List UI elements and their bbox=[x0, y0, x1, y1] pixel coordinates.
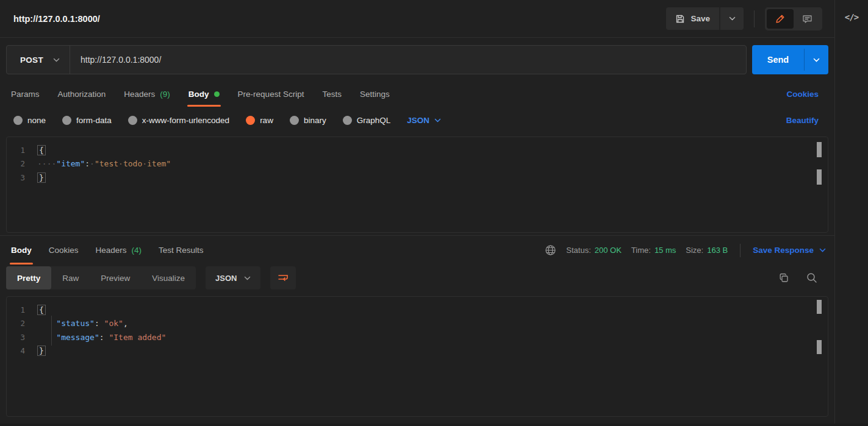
line-number: 1 bbox=[7, 305, 37, 314]
save-button[interactable]: Save bbox=[666, 7, 719, 30]
wrap-lines-button[interactable] bbox=[270, 266, 296, 289]
line-number: 2 bbox=[7, 159, 37, 168]
beautify-link[interactable]: Beautify bbox=[786, 116, 819, 125]
line-number: 3 bbox=[7, 333, 37, 342]
chevron-down-icon bbox=[244, 276, 251, 280]
response-tabs: Body Cookies Headers (4) Test Results St… bbox=[0, 236, 834, 264]
cookies-link[interactable]: Cookies bbox=[786, 90, 819, 99]
request-body-editor[interactable]: 1 { 2 ····"item":·"test·todo·item" 3 } bbox=[6, 137, 828, 233]
response-view-toggle: Pretty Raw Preview Visualize bbox=[6, 266, 196, 289]
chevron-down-icon bbox=[434, 118, 441, 122]
response-toolbar: Pretty Raw Preview Visualize JSON bbox=[0, 264, 834, 291]
save-response-button[interactable]: Save Response bbox=[753, 246, 826, 255]
view-raw[interactable]: Raw bbox=[51, 266, 90, 289]
topbar-divider bbox=[754, 10, 755, 27]
code-line: 1 { bbox=[7, 303, 828, 317]
code-line: 4 } bbox=[7, 344, 828, 358]
tab-headers[interactable]: Headers (9) bbox=[124, 82, 170, 107]
scrollbar-thumb[interactable] bbox=[817, 340, 822, 354]
code-line: 1 { bbox=[7, 143, 828, 157]
bottom-edge bbox=[0, 424, 868, 426]
radio-icon bbox=[13, 116, 23, 125]
body-modified-dot bbox=[214, 91, 220, 97]
radio-icon bbox=[343, 116, 352, 125]
url-input[interactable]: http://127.0.0.1:8000/ bbox=[70, 55, 161, 65]
time-readout: Time: 15 ms bbox=[631, 246, 676, 255]
body-format-selector[interactable]: JSON bbox=[407, 116, 441, 125]
save-icon bbox=[675, 14, 685, 24]
tab-params[interactable]: Params bbox=[11, 82, 40, 107]
save-options-button[interactable] bbox=[720, 7, 744, 30]
status-readout: Status: 200 OK bbox=[566, 246, 622, 255]
response-body-viewer[interactable]: 1 { 2 "status": "ok", 3 "message": "Item… bbox=[6, 296, 828, 417]
response-actions bbox=[778, 272, 826, 283]
radio-icon bbox=[128, 116, 137, 125]
code-line: 3 } bbox=[7, 171, 828, 185]
response-meta: Status: 200 OK Time: 15 ms Size: 163 B S… bbox=[545, 236, 826, 264]
word-wrap-icon bbox=[278, 273, 289, 283]
code-line: 2 ····"item":·"test·todo·item" bbox=[7, 157, 828, 171]
response-tab-body[interactable]: Body bbox=[11, 236, 32, 264]
radio-graphql[interactable]: GraphQL bbox=[343, 116, 391, 125]
chevron-down-icon bbox=[813, 58, 820, 62]
meta-divider bbox=[740, 244, 741, 257]
response-headers-count-badge: (4) bbox=[132, 246, 142, 255]
line-number: 4 bbox=[7, 346, 37, 355]
url-control: POST http://127.0.0.1:8000/ bbox=[6, 45, 747, 74]
view-pretty[interactable]: Pretty bbox=[6, 266, 51, 289]
request-tabs: Params Authorization Headers (9) Body Pr… bbox=[0, 82, 834, 107]
code-snippet-icon[interactable]: </> bbox=[845, 12, 858, 426]
headers-count-badge: (9) bbox=[160, 90, 170, 99]
line-number: 2 bbox=[7, 319, 37, 328]
request-title: http://127.0.0.1:8000/ bbox=[13, 14, 100, 24]
edit-comment-toggle bbox=[765, 7, 822, 30]
globe-icon bbox=[545, 244, 556, 256]
pencil-icon bbox=[775, 14, 785, 24]
request-header-bar: http://127.0.0.1:8000/ Save bbox=[0, 0, 834, 38]
tab-settings[interactable]: Settings bbox=[360, 82, 390, 107]
edit-mode-button[interactable] bbox=[767, 9, 794, 29]
tab-pre-request-script[interactable]: Pre-request Script bbox=[238, 82, 304, 107]
save-button-label: Save bbox=[690, 14, 710, 23]
method-selector[interactable]: POST bbox=[7, 55, 53, 65]
response-format-selector[interactable]: JSON bbox=[206, 266, 260, 289]
tab-body[interactable]: Body bbox=[188, 82, 220, 107]
view-preview[interactable]: Preview bbox=[90, 266, 141, 289]
comment-button[interactable] bbox=[794, 9, 820, 29]
scrollbar-thumb[interactable] bbox=[817, 300, 822, 314]
scrollbar-thumb[interactable] bbox=[817, 142, 822, 157]
send-button[interactable]: Send bbox=[752, 45, 804, 74]
code-line: 3 "message": "Item added" bbox=[7, 330, 828, 344]
radio-form-data[interactable]: form-data bbox=[62, 116, 112, 125]
search-icon[interactable] bbox=[806, 272, 817, 283]
response-tab-cookies[interactable]: Cookies bbox=[49, 236, 79, 264]
chevron-down-icon bbox=[819, 248, 826, 252]
body-type-bar: none form-data x-www-form-urlencoded raw… bbox=[0, 107, 834, 133]
response-tab-headers[interactable]: Headers (4) bbox=[96, 236, 142, 264]
radio-raw[interactable]: raw bbox=[246, 116, 273, 125]
active-tab-underline bbox=[187, 105, 221, 107]
radio-x-www-form-urlencoded[interactable]: x-www-form-urlencoded bbox=[128, 116, 229, 125]
chevron-down-icon bbox=[729, 16, 736, 21]
radio-icon bbox=[290, 116, 299, 125]
scrollbar-thumb[interactable] bbox=[817, 169, 822, 185]
line-number: 1 bbox=[7, 146, 37, 155]
main-panel: http://127.0.0.1:8000/ Save bbox=[0, 0, 834, 426]
status-badge: 200 OK bbox=[595, 246, 622, 255]
line-number: 3 bbox=[7, 173, 37, 182]
tab-tests[interactable]: Tests bbox=[322, 82, 342, 107]
indent-guide bbox=[51, 316, 52, 346]
chevron-down-icon[interactable] bbox=[53, 58, 60, 62]
comment-icon bbox=[802, 14, 812, 24]
response-tab-test-results[interactable]: Test Results bbox=[159, 236, 204, 264]
code-line: 2 "status": "ok", bbox=[7, 317, 828, 331]
send-options-button[interactable] bbox=[805, 45, 828, 74]
radio-none[interactable]: none bbox=[13, 116, 46, 125]
radio-selected-icon bbox=[246, 116, 255, 125]
view-visualize[interactable]: Visualize bbox=[141, 266, 196, 289]
tab-authorization[interactable]: Authorization bbox=[58, 82, 106, 107]
copy-icon[interactable] bbox=[778, 272, 789, 283]
size-readout: Size: 163 B bbox=[686, 246, 728, 255]
radio-icon bbox=[62, 116, 71, 125]
radio-binary[interactable]: binary bbox=[290, 116, 326, 125]
